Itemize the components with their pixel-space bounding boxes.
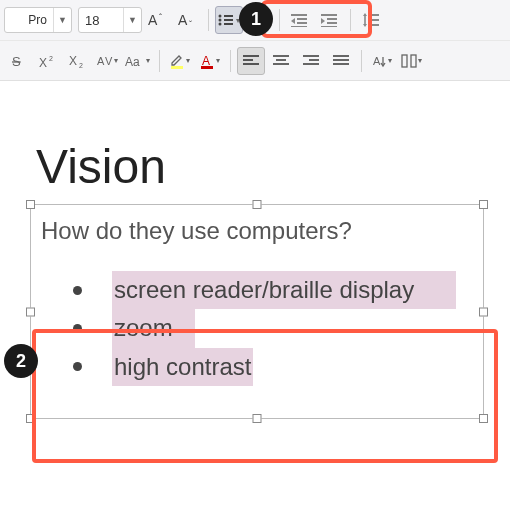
decrease-font-icon[interactable]: Aˇ — [174, 6, 202, 34]
svg-text:S: S — [12, 54, 21, 69]
text-box-frame[interactable]: How do they use computers? screen reader… — [30, 204, 484, 419]
svg-rect-20 — [321, 14, 337, 16]
svg-text:A: A — [148, 12, 158, 28]
subtitle-text[interactable]: How do they use computers? — [31, 217, 483, 245]
change-case-icon[interactable]: Aa ▾ — [124, 47, 153, 75]
chevron-down-icon[interactable]: ▾ — [388, 56, 392, 65]
svg-rect-7 — [224, 19, 233, 21]
svg-rect-17 — [297, 18, 307, 20]
resize-handle[interactable] — [26, 307, 35, 316]
svg-rect-41 — [243, 63, 259, 65]
font-name-input[interactable] — [5, 13, 53, 27]
svg-rect-24 — [364, 15, 366, 25]
char-spacing-icon[interactable]: AV ▾ — [94, 47, 122, 75]
svg-rect-18 — [297, 22, 307, 24]
align-left-icon[interactable] — [237, 47, 265, 75]
svg-rect-36 — [171, 66, 183, 69]
svg-rect-48 — [333, 55, 349, 57]
list-item[interactable]: screen reader/braille display — [31, 271, 483, 309]
svg-point-8 — [218, 23, 221, 26]
font-color-icon[interactable]: A ▾ — [196, 47, 224, 75]
align-center-icon[interactable] — [267, 47, 295, 75]
subscript-icon[interactable]: X2 — [64, 47, 92, 75]
list-item-text[interactable]: high contrast — [112, 348, 253, 386]
align-right-icon[interactable] — [297, 47, 325, 75]
page-title[interactable]: Vision — [36, 139, 486, 194]
increase-font-icon[interactable]: Aˆ — [144, 6, 172, 34]
align-justify-icon[interactable] — [327, 47, 355, 75]
svg-text:V: V — [105, 55, 113, 67]
svg-rect-43 — [276, 59, 286, 61]
document-canvas[interactable]: Vision How do they use computers? screen… — [0, 103, 510, 443]
svg-rect-23 — [321, 26, 337, 27]
font-size-dropdown[interactable]: ▼ — [78, 7, 142, 33]
list-item-text[interactable]: zoom — [112, 309, 175, 347]
bullet-icon — [73, 286, 82, 295]
svg-text:2: 2 — [79, 62, 83, 68]
svg-rect-38 — [201, 66, 213, 69]
svg-rect-44 — [273, 63, 289, 65]
resize-handle[interactable] — [253, 200, 262, 209]
separator — [230, 50, 231, 72]
font-name-dropdown[interactable]: ▼ — [4, 7, 72, 33]
resize-handle[interactable] — [26, 200, 35, 209]
svg-text:X: X — [39, 56, 47, 68]
svg-point-4 — [218, 15, 221, 18]
font-size-input[interactable] — [79, 13, 123, 28]
columns-icon[interactable]: ▾ — [398, 47, 426, 75]
text-direction-icon[interactable]: A ▾ — [368, 47, 396, 75]
svg-rect-16 — [291, 14, 307, 16]
svg-rect-53 — [411, 55, 416, 67]
line-spacing-icon[interactable] — [357, 6, 385, 34]
svg-rect-39 — [243, 55, 259, 57]
highlight-color-icon[interactable]: ▾ — [166, 47, 194, 75]
bullet-icon — [73, 362, 82, 371]
svg-rect-9 — [224, 23, 233, 25]
svg-rect-27 — [370, 24, 379, 26]
decrease-indent-icon[interactable] — [286, 6, 314, 34]
resize-handle[interactable] — [479, 414, 488, 423]
svg-text:2: 2 — [49, 55, 53, 62]
svg-rect-22 — [327, 22, 337, 24]
resize-handle[interactable] — [479, 307, 488, 316]
resize-handle[interactable] — [26, 414, 35, 423]
svg-text:A: A — [178, 12, 188, 28]
separator — [361, 50, 362, 72]
svg-rect-26 — [370, 19, 379, 21]
svg-rect-40 — [243, 59, 253, 61]
svg-text:A: A — [373, 55, 381, 67]
list-item[interactable]: high contrast — [31, 348, 483, 386]
chevron-down-icon[interactable]: ▼ — [123, 7, 141, 33]
svg-rect-42 — [273, 55, 289, 57]
svg-rect-50 — [333, 63, 349, 65]
separator — [279, 9, 280, 31]
separator — [159, 50, 160, 72]
svg-rect-5 — [224, 15, 233, 17]
svg-text:Aa: Aa — [125, 55, 140, 68]
svg-rect-49 — [333, 59, 349, 61]
callout-marker-2: 2 — [4, 344, 38, 378]
strikethrough-icon[interactable]: S — [4, 47, 32, 75]
toolbar-row-2: S X2 X2 AV ▾ Aa ▾ ▾ A — [0, 40, 510, 80]
chevron-down-icon[interactable]: ▾ — [216, 56, 220, 65]
bullet-icon — [73, 324, 82, 333]
svg-text:A: A — [202, 54, 210, 68]
superscript-icon[interactable]: X2 — [34, 47, 62, 75]
svg-text:ˆ: ˆ — [159, 12, 162, 22]
svg-text:ˇ: ˇ — [189, 19, 192, 29]
list-item-text[interactable]: screen reader/braille display — [112, 271, 416, 309]
list-item[interactable]: zoom — [31, 309, 483, 347]
chevron-down-icon[interactable]: ▾ — [418, 56, 422, 65]
svg-rect-45 — [303, 55, 319, 57]
chevron-down-icon[interactable]: ▾ — [146, 56, 150, 65]
chevron-down-icon[interactable]: ▾ — [186, 56, 190, 65]
svg-point-6 — [218, 19, 221, 22]
increase-indent-icon[interactable] — [316, 6, 344, 34]
chevron-down-icon[interactable]: ▼ — [53, 7, 71, 33]
separator — [208, 9, 209, 31]
svg-text:X: X — [69, 54, 77, 68]
svg-rect-25 — [370, 14, 379, 16]
resize-handle[interactable] — [253, 414, 262, 423]
resize-handle[interactable] — [479, 200, 488, 209]
chevron-down-icon[interactable]: ▾ — [114, 56, 118, 65]
